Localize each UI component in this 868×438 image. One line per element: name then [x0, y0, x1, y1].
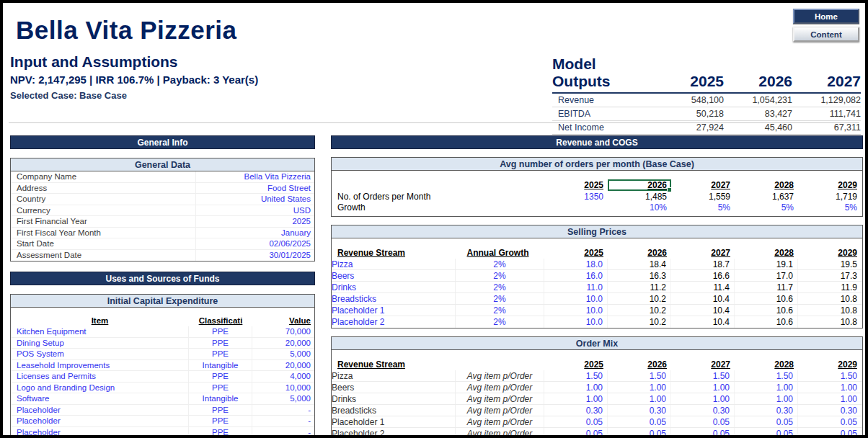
- capex-value[interactable]: 20,000: [252, 339, 314, 347]
- row-label[interactable]: Net Income: [552, 122, 655, 133]
- capex-classification[interactable]: Intangible: [189, 360, 252, 371]
- cell-value[interactable]: 0.05: [544, 416, 608, 427]
- cell-value[interactable]: 1.00: [608, 382, 671, 393]
- year-header[interactable]: 2025: [544, 359, 608, 370]
- cell-value[interactable]: Food Street: [196, 184, 314, 192]
- row-label[interactable]: Address: [11, 183, 196, 194]
- cell-value[interactable]: 02/06/2025: [196, 239, 314, 248]
- cell-value[interactable]: 10.8: [798, 316, 862, 328]
- revenue-stream-name[interactable]: Drinks: [332, 282, 456, 292]
- cell-value[interactable]: 0.05: [544, 428, 608, 438]
- cell-value[interactable]: 10.4: [671, 316, 735, 328]
- cell-value[interactable]: 11.2: [608, 282, 671, 292]
- year-header[interactable]: 2027: [671, 247, 735, 259]
- capex-classification[interactable]: PPE: [189, 326, 252, 337]
- revenue-stream-name[interactable]: Drinks: [332, 393, 456, 404]
- cell-value[interactable]: 10.6: [735, 316, 798, 328]
- cell-value[interactable]: 10.6: [735, 293, 798, 304]
- cell-value[interactable]: 1,485: [608, 192, 671, 202]
- cell-value[interactable]: 18.7: [671, 259, 735, 269]
- capex-item[interactable]: Licenses and Permits: [11, 371, 189, 382]
- annual-growth-value[interactable]: 2%: [456, 282, 544, 292]
- revenue-stream-name[interactable]: Breadsticks: [332, 293, 456, 304]
- row-label[interactable]: Company Name: [11, 171, 196, 182]
- cell-value[interactable]: 67,311: [792, 122, 861, 133]
- cell-value[interactable]: 0.30: [608, 405, 671, 416]
- capex-value[interactable]: -: [252, 406, 314, 414]
- cell-value[interactable]: 0.05: [671, 428, 735, 438]
- capex-item[interactable]: Logo and Branding Design: [11, 383, 189, 393]
- cell-value[interactable]: 0.05: [798, 428, 862, 438]
- capex-classification-header[interactable]: Classificati: [189, 316, 252, 325]
- capex-classification[interactable]: PPE: [189, 416, 252, 426]
- cell-value[interactable]: 1.50: [735, 370, 798, 381]
- capex-item[interactable]: Placeholder: [11, 427, 189, 438]
- cell-value[interactable]: 19.5: [798, 259, 862, 269]
- cell-value[interactable]: 10.2: [608, 305, 671, 316]
- capex-value[interactable]: 10,000: [252, 383, 314, 392]
- row-label[interactable]: EBITDA: [552, 109, 655, 119]
- cell-value[interactable]: 17.3: [798, 270, 862, 281]
- capex-classification[interactable]: PPE: [189, 338, 252, 349]
- model-outputs-year-header[interactable]: 2026: [724, 73, 792, 90]
- cell-value[interactable]: 10.8: [798, 293, 862, 304]
- row-label[interactable]: First Fiscal Year Month: [11, 228, 196, 238]
- capex-item[interactable]: Software: [11, 393, 189, 404]
- cell-value[interactable]: 1.50: [798, 370, 862, 381]
- year-header[interactable]: 2027: [671, 179, 735, 191]
- capex-item[interactable]: Kitchen Equipment: [11, 326, 189, 337]
- annual-growth-value[interactable]: 2%: [456, 259, 544, 269]
- cell-value[interactable]: 1350: [544, 192, 608, 202]
- capex-value[interactable]: -: [252, 416, 314, 425]
- row-label[interactable]: Country: [11, 194, 196, 205]
- cell-value[interactable]: 1.00: [671, 382, 735, 393]
- annual-growth-value[interactable]: 2%: [456, 293, 544, 304]
- cell-value[interactable]: 10.0: [544, 293, 608, 304]
- cell-value[interactable]: 1,719: [798, 192, 862, 202]
- row-label[interactable]: Growth: [332, 202, 544, 213]
- model-outputs-year-header[interactable]: 2027: [792, 73, 861, 90]
- capex-value-header[interactable]: Value: [252, 316, 314, 325]
- year-header[interactable]: 2026: [608, 359, 671, 370]
- revenue-stream-name[interactable]: Placeholder 1: [332, 305, 456, 316]
- cell-value[interactable]: 11.9: [798, 282, 862, 292]
- unit-label[interactable]: Avg item p/Order: [456, 393, 544, 404]
- year-header[interactable]: 2028: [735, 359, 798, 370]
- cell-value[interactable]: 10.2: [608, 293, 671, 304]
- unit-label[interactable]: Avg item p/Order: [456, 416, 544, 427]
- revenue-stream-header[interactable]: Revenue Stream: [332, 359, 544, 370]
- capex-value[interactable]: 70,000: [252, 327, 314, 336]
- cell-value[interactable]: 0.30: [544, 405, 608, 416]
- year-header[interactable]: 2025: [544, 179, 608, 191]
- year-header[interactable]: 2029: [798, 179, 862, 191]
- cell-value[interactable]: 1.00: [735, 382, 798, 393]
- cell-value[interactable]: 10.4: [671, 305, 735, 316]
- cell-value[interactable]: 10.6: [735, 305, 798, 316]
- cell-value[interactable]: 1.50: [608, 370, 671, 381]
- unit-label[interactable]: Avg item p/Order: [456, 428, 544, 438]
- year-header[interactable]: 2029: [798, 247, 862, 259]
- cell-value[interactable]: Bella Vita Pizzeria: [196, 172, 314, 181]
- revenue-stream-name[interactable]: Beers: [332, 270, 456, 281]
- capex-value[interactable]: -: [252, 428, 314, 437]
- cell-value[interactable]: 0.30: [735, 405, 798, 416]
- cell-value[interactable]: 16.6: [671, 270, 735, 281]
- cell-value[interactable]: 16.3: [608, 270, 671, 281]
- cell-value[interactable]: 1,637: [735, 192, 798, 202]
- cell-value[interactable]: 10%: [608, 202, 671, 213]
- capex-value[interactable]: 5,000: [252, 394, 314, 403]
- row-label[interactable]: Assessment Date: [11, 250, 196, 262]
- cell-value[interactable]: 18.0: [544, 259, 608, 269]
- revenue-stream-name[interactable]: Beers: [332, 382, 456, 393]
- unit-label[interactable]: Avg item p/Order: [456, 405, 544, 416]
- cell-value[interactable]: 1.50: [671, 370, 735, 381]
- capex-classification[interactable]: PPE: [189, 427, 252, 438]
- unit-label[interactable]: Avg item p/Order: [456, 382, 544, 393]
- revenue-stream-name[interactable]: Placeholder 2: [332, 316, 456, 328]
- row-label[interactable]: Currency: [11, 205, 196, 216]
- cell-value[interactable]: 83,427: [724, 109, 792, 119]
- cell-value[interactable]: 0.30: [671, 405, 735, 416]
- unit-label[interactable]: Avg item p/Order: [456, 370, 544, 381]
- cell-value[interactable]: 1.00: [798, 382, 862, 393]
- cell-value[interactable]: 0.05: [608, 416, 671, 427]
